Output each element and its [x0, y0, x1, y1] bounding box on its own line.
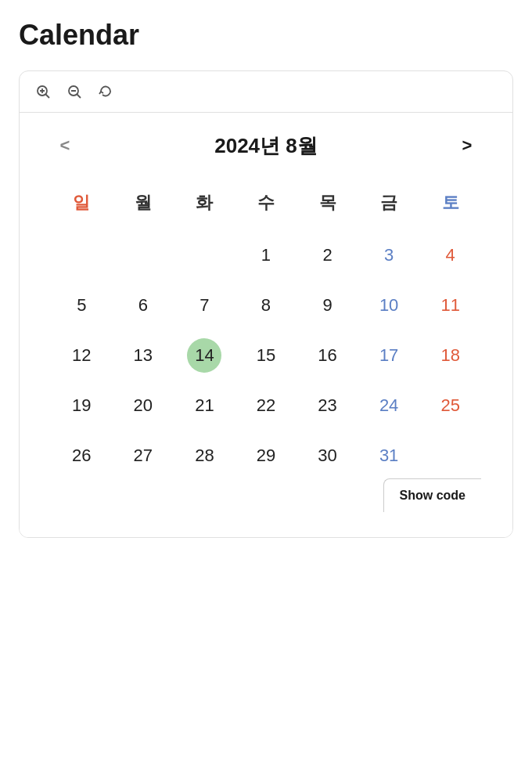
reset-zoom-icon[interactable]	[95, 81, 117, 103]
day-cell-6[interactable]: 6	[113, 280, 174, 330]
zoom-out-icon[interactable]	[63, 81, 85, 103]
day-cell-18[interactable]: 18	[419, 330, 481, 381]
day-header-금: 금	[358, 185, 420, 230]
day-header-목: 목	[297, 185, 358, 230]
day-cell-3[interactable]: 3	[358, 230, 420, 280]
day-cell-2[interactable]: 2	[297, 230, 358, 280]
day-cell-empty	[174, 230, 235, 280]
day-header-수: 수	[235, 185, 297, 230]
zoom-in-icon[interactable]	[32, 81, 54, 103]
footer-spacer: Show code	[51, 481, 481, 512]
day-header-월: 월	[113, 185, 174, 230]
day-cell-19[interactable]: 19	[51, 381, 113, 431]
day-cell-7[interactable]: 7	[174, 280, 235, 330]
calendar-grid: 일월화수목금토123456789101112131415161718192021…	[51, 185, 481, 481]
day-cell-15[interactable]: 15	[235, 330, 297, 381]
day-cell-1[interactable]: 1	[235, 230, 297, 280]
day-cell-11[interactable]: 11	[419, 280, 481, 330]
day-header-화: 화	[174, 185, 235, 230]
day-header-토: 토	[419, 185, 481, 230]
day-cell-16[interactable]: 16	[297, 330, 358, 381]
day-header-일: 일	[51, 185, 113, 230]
day-cell-31[interactable]: 31	[358, 431, 420, 481]
day-cell-20[interactable]: 20	[113, 381, 174, 431]
toolbar	[20, 71, 512, 113]
day-cell-empty	[51, 230, 113, 280]
day-cell-26[interactable]: 26	[51, 431, 113, 481]
svg-line-5	[77, 95, 81, 99]
day-cell-30[interactable]: 30	[297, 431, 358, 481]
day-cell-4[interactable]: 4	[419, 230, 481, 280]
day-cell-24[interactable]: 24	[358, 381, 420, 431]
calendar-body: < 2024년 8월 > 일월화수목금토12345678910111213141…	[20, 113, 512, 537]
day-cell-29[interactable]: 29	[235, 431, 297, 481]
month-title: 2024년 8월	[214, 132, 318, 160]
next-month-button[interactable]: >	[453, 132, 481, 160]
calendar-container: < 2024년 8월 > 일월화수목금토12345678910111213141…	[19, 70, 513, 538]
day-cell-empty	[113, 230, 174, 280]
day-cell-13[interactable]: 13	[113, 330, 174, 381]
svg-line-1	[46, 95, 50, 99]
page-title: Calendar	[19, 19, 513, 52]
day-cell-8[interactable]: 8	[235, 280, 297, 330]
day-cell-14[interactable]: 14	[174, 330, 235, 381]
day-cell-12[interactable]: 12	[51, 330, 113, 381]
day-cell-28[interactable]: 28	[174, 431, 235, 481]
prev-month-button[interactable]: <	[51, 132, 79, 160]
day-cell-23[interactable]: 23	[297, 381, 358, 431]
month-header: < 2024년 8월 >	[51, 132, 481, 160]
day-cell-21[interactable]: 21	[174, 381, 235, 431]
show-code-button[interactable]: Show code	[383, 478, 481, 512]
day-cell-25[interactable]: 25	[419, 381, 481, 431]
day-cell-17[interactable]: 17	[358, 330, 420, 381]
day-cell-22[interactable]: 22	[235, 381, 297, 431]
day-cell-9[interactable]: 9	[297, 280, 358, 330]
day-cell-27[interactable]: 27	[113, 431, 174, 481]
day-cell-10[interactable]: 10	[358, 280, 420, 330]
day-cell-5[interactable]: 5	[51, 280, 113, 330]
